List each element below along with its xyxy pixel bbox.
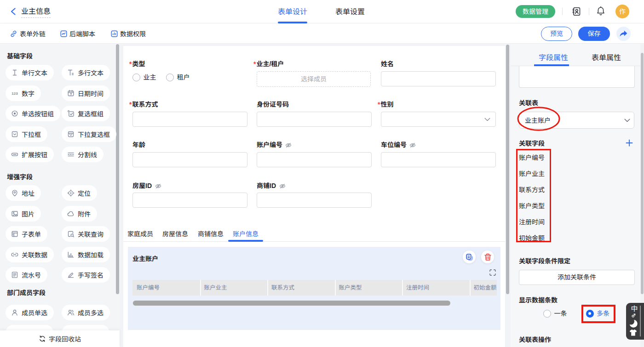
svg-text:123: 123 (12, 91, 18, 96)
